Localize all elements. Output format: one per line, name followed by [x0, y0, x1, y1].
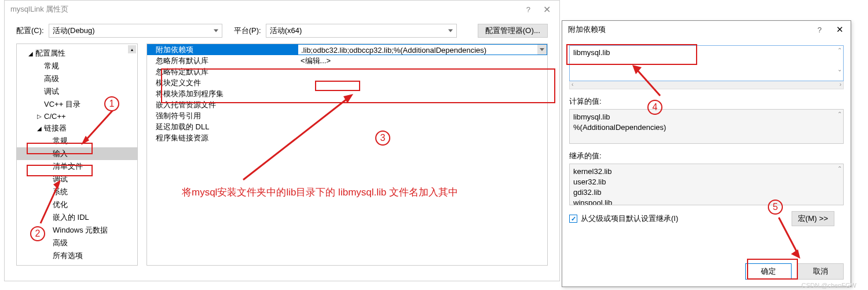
scroll-up-icon[interactable]: ⌃	[837, 165, 842, 172]
tree-item-label: 常规	[44, 61, 59, 71]
grid-row[interactable]: 忽略特定默认库	[147, 66, 547, 77]
tree-item[interactable]: 系统	[17, 186, 137, 198]
tree-item[interactable]: 所有选项	[17, 249, 137, 262]
inherit-value-line: user32.lib	[573, 177, 840, 187]
tree-item-label: 输入	[53, 148, 68, 159]
tree-item[interactable]: ◢配置属性	[17, 47, 137, 60]
tree-item-label: 链接器	[44, 123, 67, 133]
tree-item[interactable]: 常规	[17, 60, 137, 72]
ok-button[interactable]: 确定	[745, 263, 792, 280]
grid-row[interactable]: 模块定义文件	[147, 77, 547, 88]
dialog-help-icon[interactable]: ?	[818, 26, 822, 34]
grid-label: 程序集链接资源	[147, 132, 298, 143]
scroll-up-icon[interactable]: ▴	[128, 45, 136, 53]
grid-value[interactable]	[298, 99, 547, 110]
tree-item-label: 配置属性	[35, 48, 65, 59]
tree-item[interactable]: 优化	[17, 198, 137, 211]
grid-row[interactable]: 嵌入托管资源文件	[147, 99, 547, 110]
tree-item[interactable]: 高级	[17, 237, 137, 249]
tree-item[interactable]: 嵌入的 IDL	[17, 211, 137, 224]
grid-row[interactable]: 延迟加载的 DLL	[147, 121, 547, 132]
tree-item-label: 高级	[53, 238, 68, 248]
tree-item-label: 优化	[53, 200, 68, 210]
grid-value[interactable]: .lib;odbc32.lib;odbccp32.lib;%(Additiona…	[298, 44, 547, 55]
config-select[interactable]: 活动(Debug)	[49, 24, 222, 38]
h-scrollbar[interactable]: ‹›	[569, 81, 844, 89]
grid-label: 忽略所有默认库	[147, 55, 298, 66]
dialog-title: 附加依赖项	[568, 24, 606, 35]
inherit-checkbox-label: 从父级或项目默认设置继承(I)	[581, 213, 678, 224]
config-row: 配置(C): 活动(Debug) 平台(P): 活动(x64) 配置管理器(O)…	[5, 18, 559, 44]
config-label: 配置(C):	[16, 26, 44, 36]
tree-arrow-icon: ◢	[37, 125, 43, 132]
main-content: ▴ ◢配置属性常规高级调试VC++ 目录▷C/C++◢链接器常规输入清单文件调试…	[5, 44, 559, 277]
tree-item[interactable]: ◢链接器	[17, 122, 137, 135]
grid-label: 将模块添加到程序集	[147, 88, 298, 99]
config-manager-button[interactable]: 配置管理器(O)...	[478, 24, 548, 38]
calc-values-box: ⌃ libmysql.lib%(AdditionalDependencies)	[569, 109, 844, 144]
window-title: mysqlLink 属性页	[10, 4, 554, 14]
grid-value[interactable]: <编辑...>	[298, 55, 547, 66]
grid-value[interactable]	[298, 77, 547, 88]
tree-item[interactable]: 清单文件	[17, 160, 137, 173]
calc-value-line: libmysql.lib	[573, 112, 840, 122]
close-icon[interactable]: ✕	[543, 4, 551, 15]
grid-row[interactable]: 将模块添加到程序集	[147, 88, 547, 99]
grid-row[interactable]: 忽略所有默认库<编辑...>	[147, 55, 547, 66]
deps-input-value: libmysql.lib	[573, 48, 610, 57]
platform-select[interactable]: 活动(x64)	[266, 24, 457, 38]
tree-item[interactable]: 高级	[17, 72, 137, 85]
dialog-close-icon[interactable]: ✕	[836, 24, 844, 35]
inherit-checkbox[interactable]: ✓	[569, 215, 577, 223]
grid-label: 模块定义文件	[147, 77, 298, 88]
tree-item[interactable]: 常规	[17, 135, 137, 147]
grid-value[interactable]	[298, 110, 547, 121]
inherit-values-box: ⌃ kernel32.libuser32.libgdi32.libwinspoo…	[569, 164, 844, 205]
tree-panel: ▴ ◢配置属性常规高级调试VC++ 目录▷C/C++◢链接器常规输入清单文件调试…	[16, 44, 138, 266]
grid-row[interactable]: 强制符号引用	[147, 110, 547, 121]
titlebar: mysqlLink 属性页 ? ✕	[5, 1, 559, 18]
dialog-buttons: 确定 取消	[745, 263, 844, 280]
property-page-window: mysqlLink 属性页 ? ✕ 配置(C): 活动(Debug) 平台(P)…	[4, 0, 560, 281]
grid-value[interactable]	[298, 66, 547, 77]
tree-item-label: 所有选项	[53, 251, 83, 261]
tree-item-label: C/C++	[44, 112, 66, 121]
calc-value-line: %(AdditionalDependencies)	[573, 122, 840, 133]
cancel-button[interactable]: 取消	[797, 263, 844, 280]
tree-item-label: 嵌入的 IDL	[53, 212, 89, 223]
grid-value[interactable]	[298, 121, 547, 132]
scroll-up-icon[interactable]: ⌃	[837, 47, 842, 53]
tree-arrow-icon: ◢	[28, 50, 34, 57]
dialog-body: libmysql.lib ⌃ ⌄ ‹› 计算的值: ⌃ libmysql.lib…	[562, 38, 851, 224]
tree-item[interactable]: 输入	[17, 147, 137, 160]
tree-item[interactable]: Windows 元数据	[17, 224, 137, 237]
grid-label: 忽略特定默认库	[147, 66, 298, 77]
scroll-down-icon[interactable]: ⌄	[837, 66, 842, 72]
grid-value[interactable]	[298, 88, 547, 99]
property-grid: 附加依赖项.lib;odbc32.lib;odbccp32.lib;%(Addi…	[147, 44, 548, 266]
macro-button[interactable]: 宏(M) >>	[792, 211, 834, 226]
platform-label: 平台(P):	[234, 26, 261, 36]
tree-item[interactable]: ▷C/C++	[17, 111, 137, 122]
grid-label: 延迟加载的 DLL	[147, 121, 298, 132]
help-icon[interactable]: ?	[526, 5, 530, 14]
tree-item-label: VC++ 目录	[44, 99, 80, 110]
platform-value: 活动(x64)	[270, 26, 302, 36]
tree-item-label: 清单文件	[53, 161, 83, 172]
tree-item-label: 调试	[53, 174, 68, 184]
grid-label: 强制符号引用	[147, 110, 298, 121]
tree-item-label: Windows 元数据	[53, 225, 108, 235]
inherit-value-line: gdi32.lib	[573, 187, 840, 198]
inherit-value-line: kernel32.lib	[573, 166, 840, 177]
grid-row[interactable]: 附加依赖项.lib;odbc32.lib;odbccp32.lib;%(Addi…	[147, 44, 547, 55]
grid-value[interactable]	[298, 132, 547, 143]
scroll-up-icon[interactable]: ⌃	[837, 111, 842, 117]
grid-row[interactable]: 程序集链接资源	[147, 132, 547, 143]
tree-item[interactable]: VC++ 目录	[17, 98, 137, 111]
tree-item[interactable]: 调试	[17, 173, 137, 186]
config-value: 活动(Debug)	[53, 26, 95, 36]
chevron-down-icon[interactable]	[537, 45, 547, 55]
inherit-label: 继承的值:	[569, 151, 844, 161]
deps-input[interactable]: libmysql.lib ⌃ ⌄	[569, 45, 844, 81]
tree-item[interactable]: 调试	[17, 85, 137, 98]
